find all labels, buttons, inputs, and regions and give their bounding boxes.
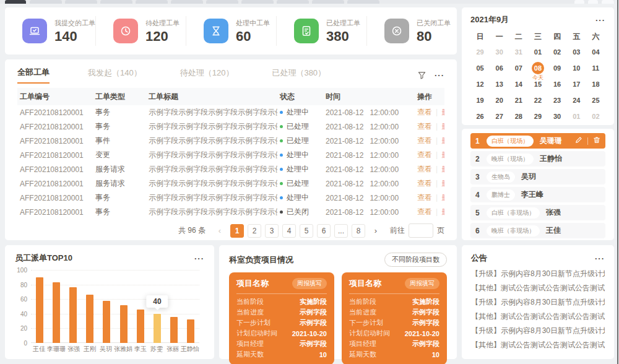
- page-button[interactable]: 4: [282, 224, 296, 238]
- calendar-day[interactable]: 28: [509, 108, 528, 124]
- shift-row[interactable]: 1白班（现场）吴珊珊: [470, 133, 605, 149]
- more-icon[interactable]: ···: [595, 254, 605, 262]
- announcement-item[interactable]: 【其他】测试公告测试公告测试公告测试公告测试公告: [471, 281, 605, 295]
- top-control[interactable]: [574, 0, 584, 4]
- prev-page-button[interactable]: ‹: [213, 224, 227, 238]
- bar[interactable]: [187, 319, 194, 343]
- calendar-day[interactable]: 27: [490, 108, 509, 124]
- bar[interactable]: [53, 282, 60, 343]
- project-card[interactable]: 项目名称周报填写当前阶段实施阶段当前进度示例字段下一步计划示例字段计划启动时间2…: [342, 272, 447, 364]
- delete-link[interactable]: 删除: [441, 150, 444, 159]
- bar[interactable]: [36, 277, 43, 343]
- bar[interactable]: [120, 305, 128, 343]
- top-tab[interactable]: [206, 0, 238, 4]
- more-icon[interactable]: ···: [595, 16, 605, 24]
- page-button[interactable]: 6: [317, 224, 331, 238]
- delete-link[interactable]: 删除: [441, 165, 444, 173]
- calendar-day[interactable]: 04: [586, 44, 605, 60]
- delete-link[interactable]: 删除: [441, 207, 444, 216]
- calendar-day[interactable]: 02: [548, 44, 567, 60]
- bar[interactable]: [86, 295, 93, 343]
- bar[interactable]: [103, 301, 110, 343]
- calendar-day[interactable]: 12: [470, 76, 490, 92]
- calendar-day[interactable]: 07: [509, 60, 528, 76]
- top-tab[interactable]: [347, 0, 379, 4]
- announcement-item[interactable]: 【其他】测试公告测试公告测试公告测试公告测试公告: [471, 310, 605, 324]
- weekly-report-badge[interactable]: 周报填写: [405, 278, 439, 289]
- top-tab[interactable]: [136, 0, 168, 4]
- calendar-day-today[interactable]: 08今天: [528, 60, 547, 76]
- page-button[interactable]: 5: [300, 224, 313, 238]
- top-tab[interactable]: [277, 0, 309, 4]
- top-tab[interactable]: [65, 0, 97, 4]
- view-link[interactable]: 查看: [417, 179, 432, 188]
- calendar-day[interactable]: 09: [548, 60, 567, 76]
- calendar-day[interactable]: 30: [548, 108, 567, 124]
- calendar-day[interactable]: 02: [586, 108, 605, 124]
- top-tab[interactable]: [312, 0, 344, 4]
- calendar-day[interactable]: 22: [528, 92, 547, 108]
- top-tab[interactable]: [241, 0, 274, 4]
- calendar-day[interactable]: 06: [490, 60, 509, 76]
- calendar-day[interactable]: 29: [528, 108, 547, 124]
- calendar-day[interactable]: 16: [548, 76, 567, 92]
- page-button[interactable]: 8: [352, 224, 365, 238]
- top-control[interactable]: [588, 0, 598, 4]
- calendar-day[interactable]: 29: [470, 44, 490, 60]
- bar[interactable]: [69, 287, 77, 343]
- calendar-day[interactable]: 23: [548, 92, 567, 108]
- edit-icon[interactable]: [575, 136, 582, 145]
- calendar-day[interactable]: 05: [470, 60, 490, 76]
- calendar-day[interactable]: 21: [509, 92, 528, 108]
- more-icon[interactable]: ···: [435, 71, 444, 79]
- weekly-report-badge[interactable]: 周报填写: [292, 278, 327, 289]
- calendar-day[interactable]: 15: [528, 76, 547, 92]
- shift-row[interactable]: 2晚班（现场）王静怡: [470, 151, 605, 167]
- calendar-day[interactable]: 13: [490, 76, 509, 92]
- calendar-day[interactable]: 25: [586, 92, 605, 108]
- bar[interactable]: [137, 310, 144, 343]
- view-link[interactable]: 查看: [417, 150, 432, 159]
- top-control[interactable]: [602, 0, 614, 4]
- next-page-button[interactable]: ›: [369, 224, 383, 238]
- stage-count-button[interactable]: 不同阶段项目数: [384, 253, 447, 267]
- calendar-day[interactable]: 11: [586, 60, 605, 76]
- delete-link[interactable]: 删除: [441, 179, 444, 188]
- calendar-day[interactable]: 19: [470, 92, 490, 108]
- scrollbar-thumb[interactable]: [617, 0, 618, 364]
- project-card[interactable]: 项目名称周报填写当前阶段实施阶段当前进度示例字段下一步计划示例字段计划启动时间2…: [229, 272, 334, 364]
- announcement-item[interactable]: 【升级】示例内容8月30日新节点升级计划通知: [471, 295, 605, 310]
- top-tab[interactable]: [100, 0, 132, 4]
- delete-link[interactable]: 删除: [441, 136, 444, 145]
- shift-row[interactable]: 6晚班（非现场）王佳: [470, 223, 605, 238]
- filter-icon[interactable]: [418, 71, 426, 79]
- delete-link[interactable]: 删除: [441, 122, 444, 131]
- shift-row[interactable]: 4鹏博士李王峰: [470, 187, 605, 202]
- view-link[interactable]: 查看: [417, 108, 432, 116]
- delete-icon[interactable]: [593, 136, 600, 145]
- top-tab[interactable]: [5, 0, 26, 4]
- bar[interactable]: [170, 317, 178, 343]
- announcement-item[interactable]: 【其他】测试公告测试公告测试公告测试公告测试公告: [471, 338, 605, 352]
- view-link[interactable]: 查看: [417, 207, 432, 216]
- view-link[interactable]: 查看: [417, 193, 432, 202]
- shift-row[interactable]: 5白班（非现场）张强: [470, 205, 605, 220]
- top-tab[interactable]: [171, 0, 203, 4]
- calendar-day[interactable]: 18: [586, 76, 605, 92]
- delete-link[interactable]: 删除: [441, 108, 444, 116]
- calendar-day[interactable]: 31: [509, 44, 528, 60]
- calendar-day[interactable]: 30: [490, 44, 509, 60]
- announcement-item[interactable]: 【升级】示例内容8月30日新节点升级计划通知: [471, 324, 605, 338]
- shift-row[interactable]: 3生物岛吴玥: [470, 169, 605, 184]
- bar[interactable]: [154, 314, 161, 343]
- tab-all-orders[interactable]: 全部工单: [17, 67, 50, 84]
- view-link[interactable]: 查看: [417, 122, 432, 131]
- goto-page-input[interactable]: [409, 223, 433, 238]
- announcement-item[interactable]: 【升级】示例内容8月30日新节点升级计划通知: [471, 267, 605, 281]
- calendar-day[interactable]: 10: [567, 60, 586, 76]
- top-tab[interactable]: [30, 0, 62, 4]
- view-link[interactable]: 查看: [417, 165, 432, 173]
- page-button[interactable]: 1: [230, 224, 244, 238]
- page-button[interactable]: 3: [265, 224, 279, 238]
- page-ellipsis[interactable]: ...: [334, 224, 348, 238]
